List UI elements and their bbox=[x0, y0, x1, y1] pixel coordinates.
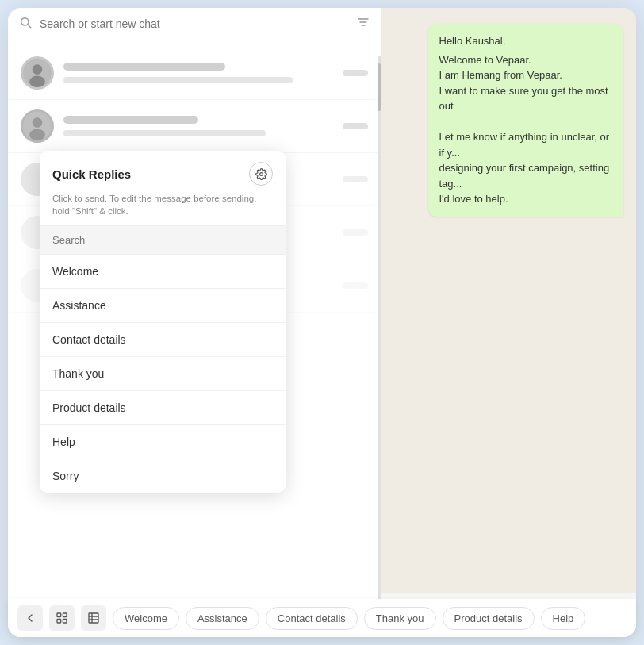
chat-time-placeholder bbox=[343, 70, 368, 76]
qr-hint: Click to send. To edit the message befor… bbox=[40, 190, 286, 225]
message-line2: I am Hemang from Vepaar. bbox=[439, 67, 613, 83]
chat-meta bbox=[343, 123, 368, 129]
message-line1: Welcome to Vepaar. bbox=[439, 52, 613, 68]
qr-items-list: Welcome Assistance Contact details Thank… bbox=[40, 255, 286, 493]
chat-msg-placeholder bbox=[63, 77, 293, 83]
right-panel: Hello Kaushal, Welcome to Vepaar. I am H… bbox=[381, 8, 636, 637]
search-input[interactable] bbox=[40, 17, 349, 30]
bottom-tag-product-details[interactable]: Product details bbox=[443, 607, 535, 630]
chat-time-placeholder bbox=[343, 123, 368, 129]
bottom-tag-welcome[interactable]: Welcome bbox=[113, 607, 179, 630]
qr-item-welcome[interactable]: Welcome bbox=[40, 255, 286, 289]
qr-item-help[interactable]: Help bbox=[40, 425, 286, 459]
svg-rect-18 bbox=[63, 613, 67, 617]
search-bar bbox=[8, 8, 381, 40]
message-greeting: Hello Kaushal, bbox=[439, 33, 613, 49]
scrollbar[interactable] bbox=[378, 56, 381, 637]
qr-title: Quick Replies bbox=[52, 167, 131, 181]
qr-item-sorry[interactable]: Sorry bbox=[40, 459, 286, 493]
svg-rect-21 bbox=[89, 613, 98, 623]
chat-meta bbox=[343, 70, 368, 76]
search-icon bbox=[19, 16, 32, 32]
chat-info bbox=[63, 63, 333, 83]
chat-name-placeholder bbox=[63, 116, 198, 124]
app-container: Quick Replies Click to send. To edit the… bbox=[8, 8, 636, 637]
svg-point-7 bbox=[29, 76, 45, 87]
qr-header: Quick Replies bbox=[40, 151, 286, 190]
message-line5: designing your first campaign, setting t… bbox=[439, 160, 613, 191]
chat-item[interactable] bbox=[8, 47, 381, 100]
qr-search-input[interactable] bbox=[52, 234, 273, 246]
quick-replies-panel: Quick Replies Click to send. To edit the… bbox=[40, 151, 286, 493]
chat-item[interactable] bbox=[8, 100, 381, 153]
message-line6: I'd love to help. bbox=[439, 191, 613, 207]
avatar bbox=[21, 56, 54, 90]
svg-point-6 bbox=[33, 64, 43, 75]
message-line3: I want to make sure you get the most out bbox=[439, 83, 613, 114]
svg-line-1 bbox=[28, 25, 31, 28]
qr-settings-button[interactable] bbox=[249, 162, 273, 186]
svg-point-9 bbox=[33, 117, 43, 128]
qr-search-field[interactable] bbox=[40, 225, 286, 255]
message-line4: Let me know if anything in unclear, or i… bbox=[439, 129, 613, 160]
qr-item-thank-you[interactable]: Thank you bbox=[40, 357, 286, 391]
table-icon-button[interactable] bbox=[81, 605, 106, 631]
svg-point-11 bbox=[259, 172, 263, 175]
back-button[interactable] bbox=[17, 605, 43, 631]
bottom-tag-help[interactable]: Help bbox=[541, 607, 586, 630]
bottom-tag-thank-you[interactable]: Thank you bbox=[364, 607, 436, 630]
svg-point-10 bbox=[29, 129, 45, 140]
svg-rect-20 bbox=[63, 619, 67, 623]
grid-icon-button[interactable] bbox=[49, 605, 75, 631]
bottom-tag-contact-details[interactable]: Contact details bbox=[266, 607, 358, 630]
avatar bbox=[21, 109, 54, 143]
qr-item-product-details[interactable]: Product details bbox=[40, 391, 286, 425]
message-bubble: Hello Kaushal, Welcome to Vepaar. I am H… bbox=[428, 24, 624, 217]
qr-item-assistance[interactable]: Assistance bbox=[40, 289, 286, 323]
left-panel: Quick Replies Click to send. To edit the… bbox=[8, 8, 381, 637]
chat-messages: Hello Kaushal, Welcome to Vepaar. I am H… bbox=[381, 8, 636, 593]
scrollbar-thumb[interactable] bbox=[378, 63, 381, 111]
qr-item-contact-details[interactable]: Contact details bbox=[40, 323, 286, 357]
svg-rect-17 bbox=[57, 613, 61, 617]
chat-info bbox=[63, 116, 333, 136]
chat-name-placeholder bbox=[63, 63, 225, 71]
svg-rect-19 bbox=[57, 619, 61, 623]
bottom-tag-assistance[interactable]: Assistance bbox=[186, 607, 259, 630]
bottom-bar: Welcome Assistance Contact details Thank… bbox=[8, 599, 636, 637]
filter-icon[interactable] bbox=[357, 16, 370, 32]
chat-msg-placeholder bbox=[63, 130, 266, 136]
